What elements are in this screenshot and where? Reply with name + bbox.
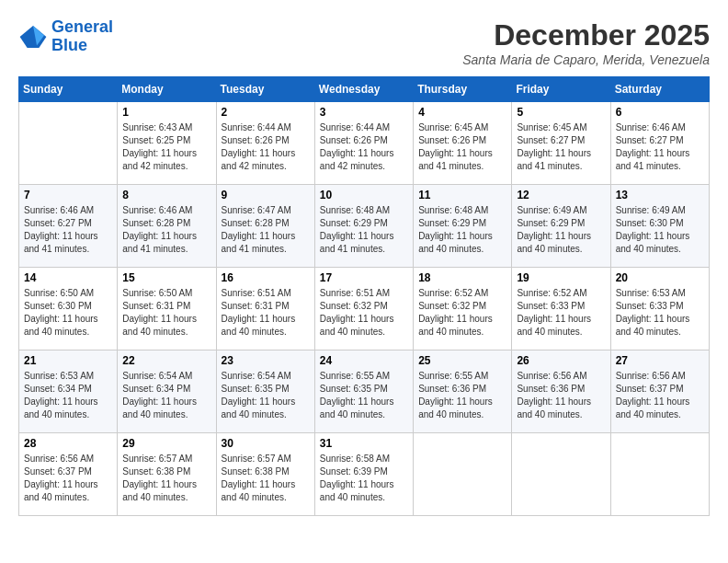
- day-info: Sunrise: 6:54 AMSunset: 6:34 PMDaylight:…: [122, 370, 210, 421]
- day-number: 27: [616, 354, 704, 367]
- logo-text: General Blue: [51, 18, 113, 55]
- day-info: Sunrise: 6:46 AMSunset: 6:27 PMDaylight:…: [24, 204, 112, 256]
- day-number: 7: [24, 189, 112, 201]
- day-info: Sunrise: 6:57 AMSunset: 6:38 PMDaylight:…: [222, 453, 310, 504]
- day-number: 16: [222, 271, 310, 284]
- location: Santa Maria de Caparo, Merida, Venezuela: [462, 52, 710, 67]
- day-header-wednesday: Wednesday: [314, 77, 413, 102]
- day-info: Sunrise: 6:57 AMSunset: 6:38 PMDaylight:…: [122, 453, 210, 504]
- day-number: 24: [320, 354, 408, 367]
- calendar-cell: 30Sunrise: 6:57 AMSunset: 6:38 PMDayligh…: [216, 433, 314, 516]
- logo-icon: [18, 22, 48, 52]
- day-number: 2: [222, 106, 310, 119]
- calendar-cell: 27Sunrise: 6:56 AMSunset: 6:37 PMDayligh…: [610, 350, 709, 433]
- calendar-cell: 16Sunrise: 6:51 AMSunset: 6:31 PMDayligh…: [216, 268, 314, 350]
- day-info: Sunrise: 6:48 AMSunset: 6:29 PMDaylight:…: [320, 204, 408, 256]
- calendar-week-4: 21Sunrise: 6:53 AMSunset: 6:34 PMDayligh…: [19, 350, 710, 433]
- day-info: Sunrise: 6:52 AMSunset: 6:32 PMDaylight:…: [418, 287, 506, 339]
- calendar-cell: 7Sunrise: 6:46 AMSunset: 6:27 PMDaylight…: [19, 185, 118, 268]
- day-header-tuesday: Tuesday: [216, 77, 314, 102]
- day-info: Sunrise: 6:50 AMSunset: 6:31 PMDaylight:…: [122, 287, 210, 339]
- day-number: 14: [24, 271, 112, 284]
- day-number: 15: [122, 271, 210, 284]
- calendar-cell: [414, 433, 512, 516]
- calendar-cell: 11Sunrise: 6:48 AMSunset: 6:29 PMDayligh…: [414, 185, 512, 268]
- day-number: 20: [616, 271, 704, 284]
- day-header-friday: Friday: [512, 77, 610, 102]
- day-number: 1: [122, 106, 210, 119]
- day-header-monday: Monday: [118, 77, 216, 102]
- calendar-cell: 6Sunrise: 6:46 AMSunset: 6:27 PMDaylight…: [610, 102, 709, 185]
- calendar-cell: 23Sunrise: 6:54 AMSunset: 6:35 PMDayligh…: [216, 350, 314, 433]
- calendar-cell: 18Sunrise: 6:52 AMSunset: 6:32 PMDayligh…: [414, 268, 512, 350]
- day-info: Sunrise: 6:53 AMSunset: 6:33 PMDaylight:…: [616, 287, 704, 339]
- calendar-cell: 4Sunrise: 6:45 AMSunset: 6:26 PMDaylight…: [414, 102, 512, 185]
- calendar-cell: 3Sunrise: 6:44 AMSunset: 6:26 PMDaylight…: [314, 102, 413, 185]
- calendar-cell: 13Sunrise: 6:49 AMSunset: 6:30 PMDayligh…: [610, 185, 709, 268]
- day-info: Sunrise: 6:51 AMSunset: 6:32 PMDaylight:…: [320, 287, 408, 339]
- day-info: Sunrise: 6:50 AMSunset: 6:30 PMDaylight:…: [24, 287, 112, 339]
- calendar-cell: 15Sunrise: 6:50 AMSunset: 6:31 PMDayligh…: [118, 268, 216, 350]
- day-info: Sunrise: 6:46 AMSunset: 6:28 PMDaylight:…: [122, 204, 210, 256]
- calendar-cell: 26Sunrise: 6:56 AMSunset: 6:36 PMDayligh…: [512, 350, 610, 433]
- calendar-cell: [512, 433, 610, 516]
- day-header-sunday: Sunday: [19, 77, 118, 102]
- calendar-cell: 28Sunrise: 6:56 AMSunset: 6:37 PMDayligh…: [19, 433, 118, 516]
- calendar-cell: 2Sunrise: 6:44 AMSunset: 6:26 PMDaylight…: [216, 102, 314, 185]
- day-info: Sunrise: 6:53 AMSunset: 6:34 PMDaylight:…: [24, 370, 112, 421]
- day-number: 25: [418, 354, 506, 367]
- calendar-cell: 14Sunrise: 6:50 AMSunset: 6:30 PMDayligh…: [19, 268, 118, 350]
- calendar-cell: 22Sunrise: 6:54 AMSunset: 6:34 PMDayligh…: [118, 350, 216, 433]
- calendar-cell: 1Sunrise: 6:43 AMSunset: 6:25 PMDaylight…: [118, 102, 216, 185]
- calendar-cell: 21Sunrise: 6:53 AMSunset: 6:34 PMDayligh…: [19, 350, 118, 433]
- header: General Blue December 2025 Santa Maria d…: [18, 18, 710, 67]
- day-number: 23: [222, 354, 310, 367]
- day-info: Sunrise: 6:46 AMSunset: 6:27 PMDaylight:…: [616, 121, 704, 173]
- day-header-thursday: Thursday: [414, 77, 512, 102]
- calendar-cell: 19Sunrise: 6:52 AMSunset: 6:33 PMDayligh…: [512, 268, 610, 350]
- day-number: 21: [24, 354, 112, 367]
- day-number: 9: [222, 189, 310, 201]
- logo: General Blue: [18, 18, 113, 55]
- calendar-cell: 24Sunrise: 6:55 AMSunset: 6:35 PMDayligh…: [314, 350, 413, 433]
- calendar-cell: 9Sunrise: 6:47 AMSunset: 6:28 PMDaylight…: [216, 185, 314, 268]
- day-info: Sunrise: 6:47 AMSunset: 6:28 PMDaylight:…: [222, 204, 310, 256]
- day-number: 13: [616, 189, 704, 201]
- calendar-cell: [19, 102, 118, 185]
- day-info: Sunrise: 6:49 AMSunset: 6:30 PMDaylight:…: [616, 204, 704, 256]
- day-number: 17: [320, 271, 408, 284]
- day-number: 8: [122, 189, 210, 201]
- calendar-cell: 10Sunrise: 6:48 AMSunset: 6:29 PMDayligh…: [314, 185, 413, 268]
- calendar-week-5: 28Sunrise: 6:56 AMSunset: 6:37 PMDayligh…: [19, 433, 710, 516]
- day-info: Sunrise: 6:56 AMSunset: 6:36 PMDaylight:…: [517, 370, 605, 421]
- calendar-cell: 8Sunrise: 6:46 AMSunset: 6:28 PMDaylight…: [118, 185, 216, 268]
- day-number: 30: [222, 437, 310, 450]
- day-number: 6: [616, 106, 704, 119]
- calendar-cell: 12Sunrise: 6:49 AMSunset: 6:29 PMDayligh…: [512, 185, 610, 268]
- calendar-cell: 29Sunrise: 6:57 AMSunset: 6:38 PMDayligh…: [118, 433, 216, 516]
- calendar-cell: 5Sunrise: 6:45 AMSunset: 6:27 PMDaylight…: [512, 102, 610, 185]
- day-number: 19: [517, 271, 605, 284]
- day-number: 5: [517, 106, 605, 119]
- month-year: December 2025: [462, 18, 710, 52]
- day-number: 28: [24, 437, 112, 450]
- day-info: Sunrise: 6:51 AMSunset: 6:31 PMDaylight:…: [222, 287, 310, 339]
- day-number: 29: [122, 437, 210, 450]
- page-container: General Blue December 2025 Santa Maria d…: [18, 18, 710, 516]
- day-number: 10: [320, 189, 408, 201]
- day-info: Sunrise: 6:45 AMSunset: 6:26 PMDaylight:…: [418, 121, 506, 173]
- day-info: Sunrise: 6:49 AMSunset: 6:29 PMDaylight:…: [517, 204, 605, 256]
- day-info: Sunrise: 6:52 AMSunset: 6:33 PMDaylight:…: [517, 287, 605, 339]
- day-info: Sunrise: 6:58 AMSunset: 6:39 PMDaylight:…: [320, 453, 408, 504]
- calendar-week-2: 7Sunrise: 6:46 AMSunset: 6:27 PMDaylight…: [19, 185, 710, 268]
- calendar-header-row: SundayMondayTuesdayWednesdayThursdayFrid…: [19, 77, 710, 102]
- calendar-cell: 17Sunrise: 6:51 AMSunset: 6:32 PMDayligh…: [314, 268, 413, 350]
- title-block: December 2025 Santa Maria de Caparo, Mer…: [462, 18, 710, 67]
- calendar-cell: 25Sunrise: 6:55 AMSunset: 6:36 PMDayligh…: [414, 350, 512, 433]
- day-info: Sunrise: 6:56 AMSunset: 6:37 PMDaylight:…: [24, 453, 112, 504]
- day-number: 3: [320, 106, 408, 119]
- calendar-cell: 20Sunrise: 6:53 AMSunset: 6:33 PMDayligh…: [610, 268, 709, 350]
- day-info: Sunrise: 6:45 AMSunset: 6:27 PMDaylight:…: [517, 121, 605, 173]
- day-number: 11: [418, 189, 506, 201]
- day-number: 22: [122, 354, 210, 367]
